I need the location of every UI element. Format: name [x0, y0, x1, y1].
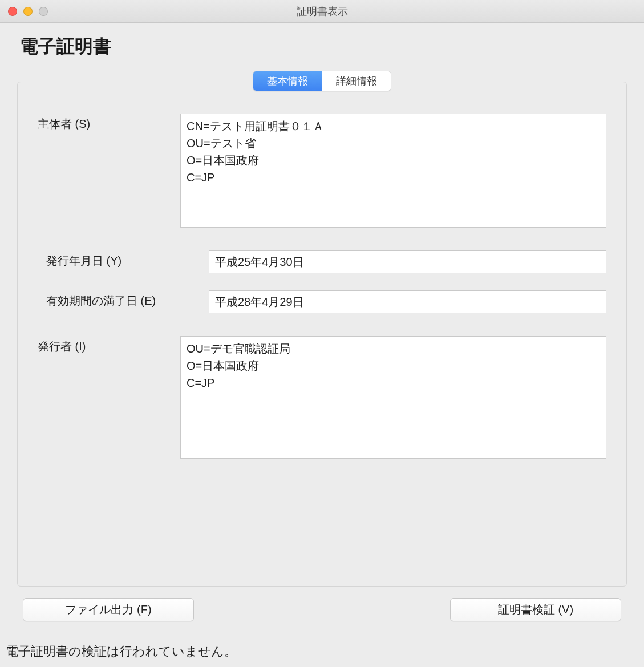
tab-basic-info[interactable]: 基本情報 [253, 71, 322, 91]
issue-date-value[interactable]: 平成25年4月30日 [209, 250, 606, 273]
tab-bar: 基本情報 詳細情報 [17, 71, 627, 91]
issuer-value[interactable]: OU=デモ官職認証局 O=日本国政府 C=JP [180, 336, 606, 459]
button-row: ファイル出力 (F) 証明書検証 (V) [17, 598, 627, 621]
maximize-icon [39, 7, 48, 16]
expiry-date-row: 有効期間の満了日 (E) 平成28年4月29日 [38, 290, 606, 313]
expiry-date-value[interactable]: 平成28年4月29日 [209, 290, 606, 313]
tab-panel: 基本情報 詳細情報 主体者 (S) CN=テスト用証明書０１Ａ OU=テスト省 … [17, 71, 627, 587]
page-title: 電子証明書 [20, 34, 627, 59]
traffic-lights [8, 7, 48, 16]
basic-info-panel: 主体者 (S) CN=テスト用証明書０１Ａ OU=テスト省 O=日本国政府 C=… [17, 82, 627, 587]
certificate-window: 証明書表示 電子証明書 基本情報 詳細情報 主体者 (S) CN=テスト用証明書… [0, 0, 644, 667]
window-title: 証明書表示 [297, 5, 348, 18]
file-export-button[interactable]: ファイル出力 (F) [23, 598, 194, 621]
issue-date-row: 発行年月日 (Y) 平成25年4月30日 [38, 250, 606, 273]
titlebar: 証明書表示 [0, 0, 644, 23]
issuer-row: 発行者 (I) OU=デモ官職認証局 O=日本国政府 C=JP [38, 336, 606, 459]
tab-detail-info[interactable]: 詳細情報 [322, 71, 391, 91]
status-bar: 電子証明書の検証は行われていません。 [0, 636, 644, 667]
verify-button[interactable]: 証明書検証 (V) [450, 598, 621, 621]
subject-label: 主体者 (S) [38, 114, 180, 132]
issue-date-label: 発行年月日 (Y) [38, 250, 209, 269]
content-area: 電子証明書 基本情報 詳細情報 主体者 (S) CN=テスト用証明書０１Ａ OU… [0, 23, 644, 636]
minimize-icon[interactable] [23, 7, 33, 16]
subject-value[interactable]: CN=テスト用証明書０１Ａ OU=テスト省 O=日本国政府 C=JP [180, 114, 606, 228]
tab-segment: 基本情報 詳細情報 [253, 71, 391, 91]
issuer-label: 発行者 (I) [38, 336, 180, 354]
close-icon[interactable] [8, 7, 17, 16]
expiry-date-label: 有効期間の満了日 (E) [38, 290, 209, 309]
subject-row: 主体者 (S) CN=テスト用証明書０１Ａ OU=テスト省 O=日本国政府 C=… [38, 114, 606, 228]
